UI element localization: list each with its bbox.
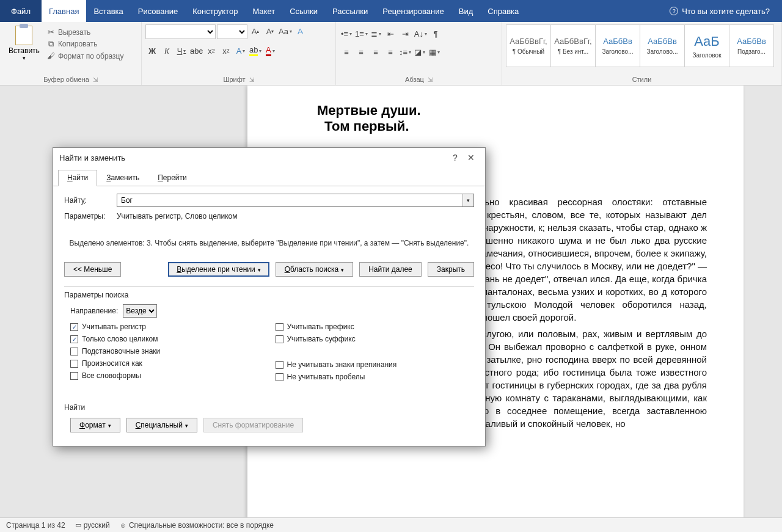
subscript-button[interactable]: x2: [205, 44, 218, 57]
clear-format-button[interactable]: A̶: [294, 24, 307, 38]
menubar: Файл Главная Вставка Рисование Конструкт…: [0, 0, 782, 22]
borders-button[interactable]: ▦: [428, 45, 441, 59]
underline-button[interactable]: Ч: [175, 44, 188, 57]
menu-references[interactable]: Ссылки: [282, 0, 325, 22]
group-font: A▴ A▾ Aa A̶ Ж К Ч abc x2 x2 A ab A Шрифт…: [142, 22, 336, 85]
group-styles: АаБбВвГг,¶ Обычный АаБбВвГг,¶ Без инт...…: [502, 22, 782, 85]
dialog-close-button[interactable]: ✕: [463, 153, 479, 162]
find-replace-dialog: Найти и заменить ? ✕ Найти Заменить Пере…: [53, 147, 486, 446]
group-clipboard: Вставить ▾ ✂Вырезать ⧉Копировать 🖌Формат…: [0, 22, 142, 85]
tab-goto[interactable]: Перейти: [148, 170, 196, 186]
cb-sounds-like[interactable]: Произносится как: [70, 359, 269, 368]
style-no-spacing[interactable]: АаБбВвГг,¶ Без инт...: [550, 24, 596, 67]
menu-insert[interactable]: Вставка: [86, 0, 130, 22]
cb-all-forms[interactable]: Все словоформы: [70, 371, 269, 380]
align-justify-button[interactable]: ≡: [384, 45, 397, 59]
ribbon: Вставить ▾ ✂Вырезать ⧉Копировать 🖌Формат…: [0, 22, 782, 86]
tab-find[interactable]: Найти: [58, 170, 97, 186]
clipboard-icon: [15, 26, 32, 45]
cb-ignore-punct[interactable]: Не учитывать знаки препинания: [276, 360, 475, 369]
cb-wildcards[interactable]: Подстановочные знаки: [70, 347, 269, 355]
font-color-button[interactable]: A: [263, 44, 277, 57]
italic-button[interactable]: К: [160, 44, 174, 57]
menu-view[interactable]: Вид: [451, 0, 481, 22]
line-spacing-button[interactable]: ↕≡: [398, 45, 412, 59]
menu-review[interactable]: Рецензирование: [375, 0, 451, 22]
menu-help[interactable]: Справка: [480, 0, 526, 22]
close-button[interactable]: Закрыть: [428, 262, 474, 277]
status-page[interactable]: Страница 1 из 42: [6, 521, 65, 530]
brush-icon: 🖌: [47, 51, 56, 60]
cb-prefix[interactable]: Учитывать префикс: [276, 322, 475, 331]
status-language[interactable]: ▭русский: [75, 521, 110, 530]
find-input[interactable]: [117, 194, 462, 206]
tell-me-input[interactable]: ? Что вы хотите сделать?: [670, 7, 782, 16]
align-center-button[interactable]: ≡: [354, 45, 368, 59]
less-button[interactable]: << Меньше: [64, 262, 121, 277]
format-button[interactable]: Формат▾: [70, 418, 120, 432]
dialog-help-button[interactable]: ?: [447, 153, 463, 162]
align-left-button[interactable]: ≡: [340, 45, 353, 59]
special-button[interactable]: Специальный▾: [126, 418, 197, 432]
menu-layout[interactable]: Макет: [245, 0, 282, 22]
decrease-indent-button[interactable]: ⇤: [384, 27, 398, 40]
style-title[interactable]: АаБЗаголовок: [684, 24, 729, 67]
style-normal[interactable]: АаБбВвГг,¶ Обычный: [506, 24, 551, 67]
superscript-button[interactable]: x2: [219, 44, 233, 57]
shading-button[interactable]: ◪: [413, 45, 426, 59]
cb-ignore-space[interactable]: Не учитывать пробелы: [276, 373, 475, 381]
sort-button[interactable]: A↓: [414, 27, 428, 40]
lightbulb-icon: ?: [670, 7, 678, 15]
search-scope-button[interactable]: Область поиска▾: [276, 262, 354, 277]
text-effects-button[interactable]: A: [234, 44, 247, 57]
highlight-button[interactable]: ab: [249, 44, 262, 57]
scissors-icon: ✂: [47, 27, 56, 37]
find-next-button[interactable]: Найти далее: [359, 262, 422, 277]
style-subtitle[interactable]: АаБбВвПодзаго...: [729, 24, 774, 67]
strike-button[interactable]: abc: [189, 44, 203, 57]
format-painter-button[interactable]: 🖌Формат по образцу: [47, 51, 124, 61]
cb-suffix[interactable]: Учитывать суффикс: [276, 335, 475, 343]
menu-draw[interactable]: Рисование: [131, 0, 185, 22]
direction-select[interactable]: Везде: [123, 304, 157, 318]
show-marks-button[interactable]: ¶: [429, 27, 442, 40]
cb-match-case[interactable]: ✓Учитывать регистр: [70, 322, 269, 331]
cb-whole-word[interactable]: ✓Только слово целиком: [70, 335, 269, 343]
style-heading2[interactable]: АаБбВвЗаголово...: [640, 24, 685, 67]
paste-button[interactable]: Вставить ▾: [4, 24, 45, 62]
bullets-button[interactable]: •≡: [340, 27, 353, 40]
group-paragraph: •≡ 1≡ ≣ ⇤ ⇥ A↓ ¶ ≡ ≡ ≡ ≡ ↕≡ ◪ ▦ Абзац⇲: [336, 22, 502, 85]
doc-subtitle: Том первый.: [324, 118, 707, 134]
font-family-select[interactable]: [145, 24, 216, 39]
font-launcher[interactable]: ⇲: [249, 76, 254, 83]
statusbar: Страница 1 из 42 ▭русский ☺Специальные в…: [0, 517, 782, 532]
numbering-button[interactable]: 1≡: [354, 27, 368, 40]
clipboard-launcher[interactable]: ⇲: [93, 76, 98, 83]
shrink-font-button[interactable]: A▾: [263, 24, 277, 38]
no-formatting-button: Снять форматирование: [203, 418, 303, 432]
copy-icon: ⧉: [47, 39, 56, 49]
menu-file[interactable]: Файл: [0, 0, 42, 22]
bold-button[interactable]: Ж: [145, 44, 159, 57]
grow-font-button[interactable]: A▴: [249, 24, 262, 38]
menu-home[interactable]: Главная: [42, 0, 86, 22]
cut-button[interactable]: ✂Вырезать: [47, 27, 124, 37]
menu-design[interactable]: Конструктор: [185, 0, 245, 22]
dialog-titlebar[interactable]: Найти и заменить ? ✕: [53, 148, 485, 167]
status-accessibility[interactable]: ☺Специальные возможности: все в порядке: [120, 521, 274, 530]
dialog-tabs: Найти Заменить Перейти: [53, 170, 485, 186]
params-label: Параметры:: [64, 212, 109, 220]
menu-mailings[interactable]: Рассылки: [325, 0, 375, 22]
style-heading1[interactable]: АаБбВвЗаголово...: [595, 24, 640, 67]
paragraph-launcher[interactable]: ⇲: [428, 76, 433, 83]
font-size-select[interactable]: [217, 24, 247, 39]
copy-button[interactable]: ⧉Копировать: [47, 38, 124, 49]
change-case-button[interactable]: Aa: [278, 24, 293, 38]
find-history-dropdown[interactable]: ▾: [462, 194, 473, 206]
info-text: Выделено элементов: 3. Чтобы снять выдел…: [64, 239, 474, 247]
align-right-button[interactable]: ≡: [369, 45, 382, 59]
increase-indent-button[interactable]: ⇥: [399, 27, 412, 40]
reading-highlight-button[interactable]: Выделение при чтении▾: [168, 262, 269, 277]
tab-replace[interactable]: Заменить: [97, 170, 148, 186]
multilevel-button[interactable]: ≣: [370, 27, 383, 40]
